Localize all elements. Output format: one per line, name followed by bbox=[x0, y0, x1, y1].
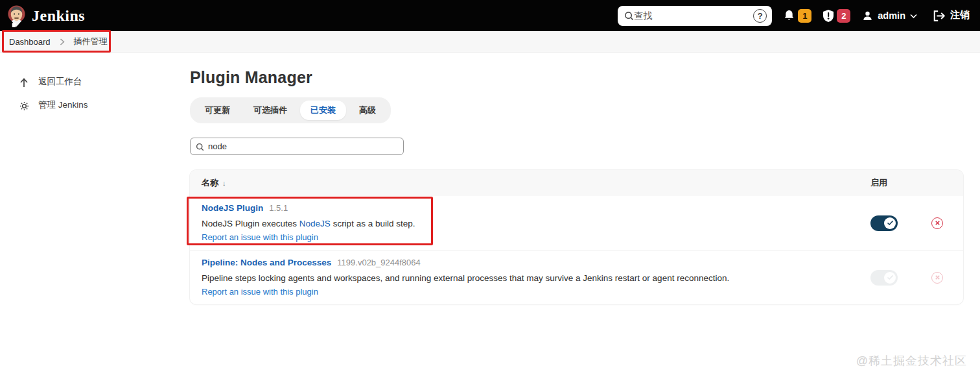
sidebar-manage-label: 管理 Jenkins bbox=[38, 99, 88, 111]
top-bar: Jenkins ? 1 2 bbox=[0, 0, 980, 31]
watermark-text: @稀土掘金技术社区 bbox=[856, 353, 967, 369]
search-icon bbox=[196, 141, 204, 153]
tab-advanced[interactable]: 高级 bbox=[349, 101, 386, 120]
arrow-up-icon bbox=[18, 76, 30, 88]
main-panel: Plugin Manager 可更新 可选插件 已安装 高级 名称 ↓ bbox=[190, 53, 980, 304]
logout-button[interactable]: 注销 bbox=[933, 9, 970, 21]
installed-plugins-table: 名称 ↓ 启用 NodeJS Plugin 1.5.1 NodeJS Plugi… bbox=[190, 170, 963, 304]
content-area: 返回工作台 管理 Jenkins Plugin Manager 可更新 可选插件… bbox=[0, 53, 980, 304]
breadcrumb-dashboard[interactable]: Dashboard bbox=[9, 37, 51, 47]
table-row-nodejs-plugin: NodeJS Plugin 1.5.1 NodeJS Plugin execut… bbox=[190, 196, 963, 250]
tab-installed[interactable]: 已安装 bbox=[300, 101, 346, 120]
table-row-pipeline-nodes: Pipeline: Nodes and Processes 1199.v02b_… bbox=[190, 250, 963, 304]
breadcrumb-plugin-manager[interactable]: 插件管理 bbox=[74, 36, 108, 47]
brand-title: Jenkins bbox=[32, 7, 85, 25]
plugin-filter-box[interactable] bbox=[190, 138, 404, 155]
plugin-filter-input[interactable] bbox=[208, 141, 398, 151]
user-menu[interactable]: admin bbox=[862, 10, 917, 21]
search-icon bbox=[624, 10, 634, 21]
security-shield-icon bbox=[823, 9, 834, 21]
plugin-description: Pipeline steps locking agents and worksp… bbox=[202, 273, 870, 284]
global-search-input[interactable] bbox=[634, 10, 753, 21]
notification-count-badge: 1 bbox=[798, 9, 811, 23]
jenkins-butler-logo-icon bbox=[6, 4, 27, 27]
sidebar-back-label: 返回工作台 bbox=[38, 76, 82, 88]
table-header-row: 名称 ↓ 启用 bbox=[190, 170, 963, 196]
plugin-name-link[interactable]: Pipeline: Nodes and Processes bbox=[202, 258, 331, 267]
toggle-check-icon bbox=[884, 272, 896, 284]
uninstall-plugin-button-disabled[interactable] bbox=[931, 272, 943, 284]
sidebar-item-back-to-dashboard[interactable]: 返回工作台 bbox=[0, 70, 190, 93]
plugin-version: 1199.v02b_9244f8064 bbox=[337, 258, 420, 267]
plugin-enabled-toggle[interactable] bbox=[870, 215, 898, 231]
nodejs-inline-link[interactable]: NodeJS bbox=[299, 219, 331, 228]
report-issue-link[interactable]: Report an issue with this plugin bbox=[202, 232, 318, 242]
plugin-enabled-toggle-disabled[interactable] bbox=[870, 270, 898, 286]
breadcrumb: Dashboard 插件管理 bbox=[0, 31, 980, 53]
jenkins-home-link[interactable]: Jenkins bbox=[6, 4, 85, 27]
user-name: admin bbox=[878, 10, 905, 21]
sort-descending-icon: ↓ bbox=[222, 179, 226, 187]
sidebar-item-manage-jenkins[interactable]: 管理 Jenkins bbox=[0, 93, 190, 117]
gear-icon bbox=[18, 99, 30, 112]
sidebar: 返回工作台 管理 Jenkins bbox=[0, 53, 190, 304]
jenkins-plugin-manager-page: Jenkins ? 1 2 bbox=[0, 0, 980, 379]
plugin-description: NodeJS Plugin executes NodeJS script as … bbox=[202, 218, 870, 230]
plugin-version: 1.5.1 bbox=[269, 203, 288, 213]
page-title: Plugin Manager bbox=[190, 68, 963, 87]
security-indicator[interactable]: 2 bbox=[823, 9, 850, 23]
notifications-indicator[interactable]: 1 bbox=[784, 9, 811, 23]
top-bar-actions: ? 1 2 admin bbox=[618, 6, 970, 26]
tab-available[interactable]: 可选插件 bbox=[243, 101, 298, 120]
plugin-name-link[interactable]: NodeJS Plugin bbox=[202, 203, 263, 213]
toggle-check-icon bbox=[884, 217, 896, 229]
breadcrumb-separator-icon bbox=[60, 37, 65, 46]
logout-label: 注销 bbox=[950, 9, 970, 21]
column-header-enabled: 启用 bbox=[840, 177, 918, 189]
user-icon bbox=[862, 10, 873, 21]
column-header-name[interactable]: 名称 ↓ bbox=[202, 177, 226, 189]
bell-icon bbox=[784, 10, 795, 22]
tab-updates[interactable]: 可更新 bbox=[194, 101, 240, 120]
chevron-down-icon bbox=[910, 10, 917, 21]
security-count-badge: 2 bbox=[837, 9, 850, 23]
logout-icon bbox=[933, 9, 946, 21]
uninstall-plugin-button[interactable] bbox=[931, 217, 943, 229]
search-help-icon[interactable]: ? bbox=[753, 9, 767, 23]
name-header-label: 名称 bbox=[202, 177, 218, 189]
plugin-manager-tabs: 可更新 可选插件 已安装 高级 bbox=[190, 97, 391, 123]
report-issue-link[interactable]: Report an issue with this plugin bbox=[202, 287, 318, 297]
global-search-box[interactable]: ? bbox=[618, 6, 772, 26]
